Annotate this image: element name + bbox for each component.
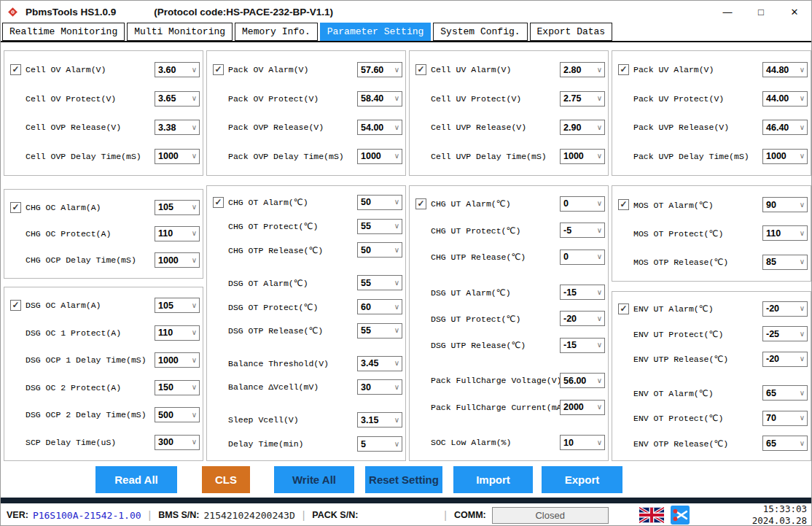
checkbox-spacer <box>213 221 224 232</box>
param-value: 2.75 <box>563 93 597 104</box>
param-value-dropdown[interactable]: 55∨ <box>357 219 402 234</box>
param-value-dropdown[interactable]: 3.15∨ <box>357 412 402 428</box>
param-value-dropdown[interactable]: 110∨ <box>762 225 808 241</box>
checkbox-spacer <box>10 151 21 162</box>
param-checkbox[interactable]: ✓ <box>10 64 21 75</box>
param-value-dropdown[interactable]: -20∨ <box>762 301 808 317</box>
param-value-dropdown[interactable]: 65∨ <box>762 436 808 451</box>
param-value-dropdown[interactable]: 70∨ <box>762 411 808 426</box>
param-value-dropdown[interactable]: 0∨ <box>560 250 605 265</box>
tab-bar: Realtime MonitoringMulti MonitoringMemor… <box>1 23 811 42</box>
param-label: CHG OTP Release(℃) <box>228 245 357 255</box>
chevron-down-icon: ∨ <box>597 253 602 260</box>
checkbox-spacer <box>213 414 224 425</box>
param-value-dropdown[interactable]: 105∨ <box>155 298 200 313</box>
param-value-dropdown[interactable]: 1000∨ <box>155 252 200 268</box>
read-all-button[interactable]: Read All <box>95 466 177 493</box>
uk-flag-icon[interactable] <box>639 507 664 523</box>
param-label: ENV OT Alarm(℃) <box>633 388 762 398</box>
param-value-dropdown[interactable]: -15∨ <box>560 338 605 353</box>
tab-export-datas[interactable]: Export Datas <box>530 23 613 41</box>
param-value-dropdown[interactable]: -5∨ <box>560 223 605 238</box>
checkbox-spacer <box>10 437 21 448</box>
param-value-dropdown[interactable]: 46.40∨ <box>762 120 808 135</box>
param-value-dropdown[interactable]: 50∨ <box>357 242 402 258</box>
param-checkbox[interactable]: ✓ <box>10 202 21 213</box>
param-value-dropdown[interactable]: 5∨ <box>357 436 402 452</box>
param-value-dropdown[interactable]: -15∨ <box>560 285 605 300</box>
tab-system-config[interactable]: System Config. <box>433 23 527 41</box>
chevron-down-icon: ∨ <box>597 66 602 74</box>
param-value-dropdown[interactable]: 57.60∨ <box>357 62 402 77</box>
param-label: Balance Threshold(V) <box>228 359 357 368</box>
param-value-dropdown[interactable]: 2000∨ <box>560 400 605 415</box>
write-all-button[interactable]: Write All <box>274 466 354 493</box>
param-value-dropdown[interactable]: 85∨ <box>762 255 808 270</box>
tab-memory-info[interactable]: Memory Info. <box>235 23 318 41</box>
chevron-down-icon: ∨ <box>192 329 197 336</box>
param-value-dropdown[interactable]: 500∨ <box>155 407 200 422</box>
param-checkbox[interactable]: ✓ <box>415 198 426 209</box>
param-value-dropdown[interactable]: 1000∨ <box>155 352 200 368</box>
param-value: 55 <box>361 221 394 231</box>
reset-setting-button[interactable]: Reset Setting <box>365 466 442 493</box>
import-button[interactable]: Import <box>453 466 533 493</box>
param-value-dropdown[interactable]: 1000∨ <box>357 149 402 164</box>
param-checkbox[interactable]: ✓ <box>415 64 426 75</box>
param-value-dropdown[interactable]: 3.38∨ <box>155 120 200 135</box>
param-value-dropdown[interactable]: 2.90∨ <box>560 120 605 135</box>
param-value-dropdown[interactable]: 2.75∨ <box>560 91 605 107</box>
param-value-dropdown[interactable]: 150∨ <box>155 380 200 395</box>
checkbox-spacer <box>415 252 426 263</box>
tab-multi-monitoring[interactable]: Multi Monitoring <box>127 23 233 41</box>
param-checkbox[interactable]: ✓ <box>10 300 21 311</box>
param-value-dropdown[interactable]: 110∨ <box>155 226 200 241</box>
param-value-dropdown[interactable]: 10∨ <box>560 435 605 450</box>
param-value-dropdown[interactable]: 3.45∨ <box>357 356 402 371</box>
param-value-dropdown[interactable]: 50∨ <box>357 195 402 210</box>
param-value-dropdown[interactable]: 58.40∨ <box>357 91 402 107</box>
param-value-dropdown[interactable]: 3.65∨ <box>155 91 200 107</box>
param-value-dropdown[interactable]: 2.80∨ <box>560 62 605 77</box>
param-value-dropdown[interactable]: 54.00∨ <box>357 120 402 135</box>
param-value-dropdown[interactable]: 90∨ <box>762 197 808 212</box>
param-value-dropdown[interactable]: 56.00∨ <box>560 373 605 388</box>
comm-state-button[interactable]: Closed <box>492 507 609 524</box>
param-value-dropdown[interactable]: 30∨ <box>357 379 402 395</box>
checkbox-spacer <box>10 328 21 339</box>
tab-parameter-setting[interactable]: Parameter Setting <box>320 23 432 41</box>
param-checkbox[interactable]: ✓ <box>618 303 629 314</box>
param-checkbox[interactable]: ✓ <box>213 64 224 75</box>
param-value-dropdown[interactable]: 300∨ <box>155 435 200 450</box>
export-button[interactable]: Export <box>542 466 622 493</box>
param-value-dropdown[interactable]: -25∨ <box>762 326 808 341</box>
tab-realtime-monitoring[interactable]: Realtime Monitoring <box>2 23 125 41</box>
maximize-button[interactable]: □ <box>744 1 778 23</box>
param-value-dropdown[interactable]: 65∨ <box>762 385 808 401</box>
param-value-dropdown[interactable]: 3.60∨ <box>155 62 200 77</box>
param-value-dropdown[interactable]: 44.80∨ <box>762 62 808 77</box>
disconnect-scissors-icon[interactable] <box>671 506 690 525</box>
param-checkbox[interactable]: ✓ <box>618 64 629 75</box>
param-value-dropdown[interactable]: -20∨ <box>762 352 808 367</box>
param-value-dropdown[interactable]: 105∨ <box>155 200 200 215</box>
minimize-button[interactable]: — <box>711 1 744 23</box>
param-value-dropdown[interactable]: 55∨ <box>357 275 402 290</box>
checkbox-spacer <box>618 328 629 339</box>
param-value-dropdown[interactable]: 1000∨ <box>762 149 808 164</box>
param-value-dropdown[interactable]: 1000∨ <box>155 149 200 164</box>
param-value: 110 <box>766 228 800 239</box>
param-value-dropdown[interactable]: 44.00∨ <box>762 91 808 107</box>
param-value-dropdown[interactable]: -20∨ <box>560 311 605 326</box>
param-checkbox[interactable]: ✓ <box>618 199 629 210</box>
param-value: 1000 <box>766 151 800 161</box>
param-value-dropdown[interactable]: 110∨ <box>155 325 200 341</box>
param-value-dropdown[interactable]: 1000∨ <box>560 149 605 164</box>
param-checkbox[interactable]: ✓ <box>213 197 224 208</box>
param-value-dropdown[interactable]: 55∨ <box>357 323 402 339</box>
param-row: Sleep Vcell(V)3.15∨ <box>213 408 402 432</box>
cls-button[interactable]: CLS <box>202 466 250 493</box>
close-button[interactable]: ✕ <box>778 1 811 23</box>
param-value-dropdown[interactable]: 0∨ <box>560 196 605 212</box>
param-value-dropdown[interactable]: 60∨ <box>357 299 402 314</box>
